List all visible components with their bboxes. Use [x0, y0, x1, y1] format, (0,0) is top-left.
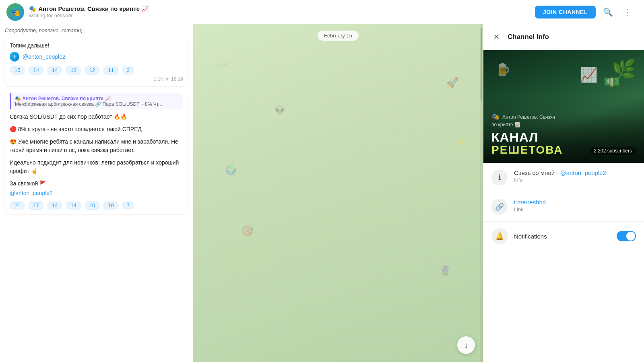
reaction-btn[interactable]: 15 — [10, 66, 25, 75]
top-text: Попробуйте, полезно, кстати) — [0, 24, 193, 35]
bell-icon: 🔔 — [491, 228, 508, 244]
msg2-line3: 😍 Уже многие ребята с каналы написали мн… — [10, 138, 183, 154]
main-layout: Попробуйте, полезно, кстати) Топим дальш… — [0, 24, 644, 362]
subscribers-badge: 2 202 subscribers — [590, 147, 636, 155]
deco-emoji: 🚀 — [446, 76, 459, 89]
chat-pattern — [193, 24, 483, 362]
scrollbar-track[interactable] — [480, 24, 483, 362]
link-text: t.me/reshhd — [514, 199, 636, 206]
deco-emoji: 🔮 — [440, 265, 451, 276]
msg1-prefix: Топим дальше! — [10, 42, 183, 49]
info-label: Связь со мной - — [514, 169, 558, 176]
channel-title: 🎭 Антон Решетов. Связки по крипте 📈 — [29, 5, 535, 12]
channel-link[interactable]: t.me/reshhd — [514, 199, 546, 206]
messages-panel: Попробуйте, полезно, кстати) Топим дальш… — [0, 24, 193, 362]
quoted-author: 🎭 Антон Решетов. Связки по крипте 📈 — [15, 96, 179, 101]
deco-emoji: ⭐ — [457, 137, 467, 146]
deco-emoji: 👽 — [274, 105, 286, 116]
reaction-btn[interactable]: 14 — [28, 66, 43, 75]
msg1-time: 16:19 — [171, 76, 183, 82]
views-icon: 👁 — [165, 76, 171, 82]
msg2-line5: За связкой 🚩 — [10, 179, 183, 188]
info-type: Info — [514, 177, 636, 183]
banner-title: КАНАЛ — [491, 131, 636, 144]
channel-banner: 🌿 📈 💵 🍺 🎭 Антон Решетов. Связки по крипт… — [483, 50, 644, 163]
notifications-label: Notifications — [514, 233, 547, 240]
channel-subtitle: waiting for network.. — [29, 12, 535, 19]
deco-emoji: 🌍 — [225, 165, 236, 175]
toggle-knob — [626, 232, 635, 241]
channel-avatar: 🎭 — [6, 3, 24, 21]
channel-link-1[interactable]: @anton_people2 — [23, 53, 66, 60]
scroll-down-button[interactable]: ↓ — [457, 336, 475, 354]
notifications-toggle[interactable] — [617, 231, 636, 241]
scrollbar-thumb — [481, 28, 482, 101]
quoted-message: 🎭 Антон Решетов. Связки по крипте 📈 Межб… — [10, 93, 183, 109]
info-link-row: 🔗 t.me/reshhd Link — [483, 192, 644, 222]
reaction-btn[interactable]: 14 — [47, 66, 62, 75]
info-content: Связь со мной - @anton_people2 Info — [514, 169, 636, 183]
reaction-row-2: 21 17 14 14 10 10 7 — [10, 201, 183, 210]
channel-info: 🎭 Антон Решетов. Связки по крипте 📈 wait… — [29, 5, 535, 19]
reaction-btn[interactable]: 21 — [10, 201, 25, 210]
more-icon: ⋮ — [623, 7, 631, 17]
notifications-row: 🔔 Notifications — [483, 222, 644, 251]
telegram-icon: ✈ — [10, 52, 19, 62]
info-icon: ℹ — [491, 169, 508, 185]
banner-channel-sublabel: по крипте 📈 — [491, 122, 636, 128]
chat-background: 🪐 👽 🌍 🚀 ⭐ 🎯 🔮 February 15 ↓ — [193, 24, 483, 362]
more-options-button[interactable]: ⋮ — [620, 5, 634, 19]
msg2-line4: Идеально подходит для новичков: легко ра… — [10, 158, 183, 175]
channel-info-panel: ✕ Channel Info 🌿 📈 💵 🍺 🎭 Антон Решетов. … — [483, 24, 644, 362]
info-link[interactable]: @anton_people2 — [560, 169, 606, 176]
scroll-down-icon: ↓ — [464, 341, 468, 350]
reaction-btn[interactable]: 7 — [122, 201, 134, 210]
deco-emoji: 🪐 — [217, 56, 231, 70]
reaction-row-1: 15 14 14 13 12 11 3 — [10, 66, 183, 75]
reaction-btn[interactable]: 14 — [66, 201, 81, 210]
search-button[interactable]: 🔍 — [601, 5, 615, 19]
link-icon: 🔗 — [491, 199, 508, 215]
reaction-btn[interactable]: 17 — [28, 201, 43, 210]
panel-header: ✕ Channel Info — [483, 24, 644, 50]
app-header: 🎭 🎭 Антон Решетов. Связки по крипте 📈 wa… — [0, 0, 644, 24]
info-contact-row: ℹ Связь со мной - @anton_people2 Info — [483, 163, 644, 192]
msg2-line2: 🔴 8% с круга - не часто попадается такой… — [10, 125, 183, 134]
header-actions: JOIN CHANNEL 🔍 ⋮ — [535, 5, 634, 19]
message-1: Топим дальше! ✈ @anton_people2 15 14 14 … — [5, 38, 188, 86]
reaction-btn[interactable]: 14 — [47, 201, 62, 210]
message-2: 🎭 Антон Решетов. Связки по крипте 📈 Межб… — [5, 89, 188, 214]
panel-title: Channel Info — [508, 33, 549, 41]
msg1-views: 1,1K — [154, 76, 164, 82]
reaction-btn[interactable]: 3 — [122, 66, 134, 75]
banner-channel-label: 🎭 Антон Решетов. Связки — [491, 113, 636, 120]
deco-emoji: 🎯 — [242, 225, 254, 237]
notifications-left: 🔔 Notifications — [491, 228, 547, 244]
search-icon: 🔍 — [603, 7, 613, 17]
close-panel-button[interactable]: ✕ — [490, 31, 503, 43]
link-type: Link — [514, 206, 636, 212]
reaction-btn[interactable]: 12 — [85, 66, 100, 75]
reaction-btn[interactable]: 10 — [103, 201, 118, 210]
link-content: t.me/reshhd Link — [514, 199, 636, 212]
quoted-text: Межбиржевая арбитражная связка 🔗 Пара SO… — [15, 101, 179, 107]
info-text: Связь со мной - @anton_people2 — [514, 169, 636, 176]
reaction-btn[interactable]: 10 — [85, 201, 100, 210]
channel-link-2[interactable]: @anton_people2 — [10, 190, 53, 196]
msg1-meta: 1,1K 👁 16:19 — [10, 76, 183, 82]
join-channel-button[interactable]: JOIN CHANNEL — [535, 6, 596, 19]
reaction-btn[interactable]: 13 — [66, 66, 81, 75]
msg2-line1: Связка SOL/USDT до сих пор работает 🔥🔥 — [10, 113, 183, 121]
reaction-btn[interactable]: 11 — [103, 66, 118, 75]
date-badge: February 15 — [318, 31, 359, 41]
